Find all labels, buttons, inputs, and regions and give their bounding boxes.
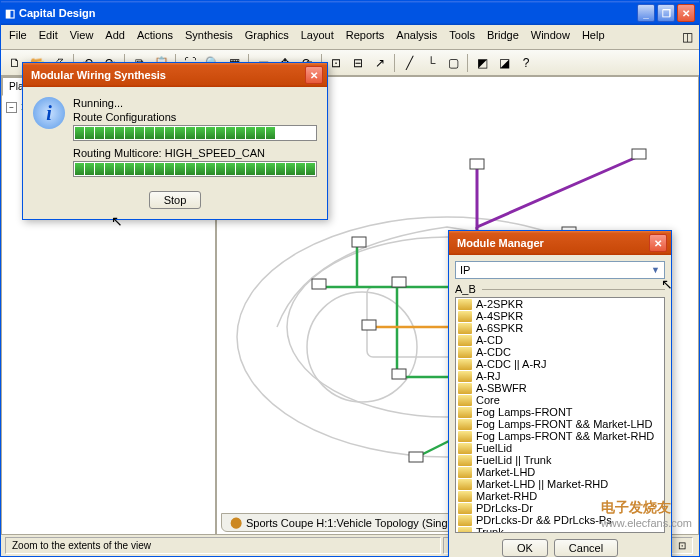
menu-graphics[interactable]: Graphics: [239, 27, 295, 47]
minimize-button[interactable]: _: [637, 4, 655, 22]
module-title: Module Manager: [453, 237, 649, 249]
list-item[interactable]: A-4SPKR: [456, 310, 664, 322]
progress-bar-1: [73, 125, 317, 141]
info-icon: i: [33, 97, 65, 129]
menu-view[interactable]: View: [64, 27, 100, 47]
menu-analysis[interactable]: Analysis: [390, 27, 443, 47]
folder-icon: [458, 347, 472, 358]
menu-bridge[interactable]: Bridge: [481, 27, 525, 47]
list-item[interactable]: A-SBWFR: [456, 382, 664, 394]
menu-synthesis[interactable]: Synthesis: [179, 27, 239, 47]
tb-cfg2-icon[interactable]: ◪: [494, 53, 514, 73]
folder-icon: [458, 443, 472, 454]
list-item[interactable]: FuelLid || Trunk: [456, 454, 664, 466]
list-item[interactable]: A-CD: [456, 334, 664, 346]
list-item[interactable]: A-6SPKR: [456, 322, 664, 334]
svg-point-2: [307, 292, 417, 402]
progress-close-button[interactable]: ✕: [305, 66, 323, 84]
filter-combo[interactable]: IP ▼: [455, 261, 665, 279]
list-item[interactable]: Fog Lamps-FRONT && Market-LHD: [456, 418, 664, 430]
close-button[interactable]: ✕: [677, 4, 695, 22]
tb-arrow-icon[interactable]: ↗: [370, 53, 390, 73]
status-extra-icon: ⊡: [671, 537, 693, 554]
folder-icon: [458, 419, 472, 430]
module-manager-dialog: Module Manager ✕ IP ▼ A_B A-2SPKRA-4SPKR…: [448, 230, 672, 557]
menu-layout[interactable]: Layout: [295, 27, 340, 47]
list-item[interactable]: A-CDC || A-RJ: [456, 358, 664, 370]
list-item[interactable]: Market-LHD: [456, 466, 664, 478]
progress-title: Modular Wiring Synthesis: [27, 69, 305, 81]
folder-icon: [458, 527, 472, 534]
sort-label[interactable]: A_B: [455, 283, 476, 295]
stop-button[interactable]: Stop: [149, 191, 202, 209]
svg-rect-21: [362, 320, 376, 330]
folder-icon: [458, 455, 472, 466]
progress-label-1: Route Configurations: [73, 111, 317, 123]
cancel-button[interactable]: Cancel: [554, 539, 618, 557]
menu-help[interactable]: Help: [576, 27, 611, 47]
list-item[interactable]: Market-LHD || Market-RHD: [456, 478, 664, 490]
tb-polyline-icon[interactable]: └: [421, 53, 441, 73]
list-item[interactable]: FuelLid: [456, 442, 664, 454]
folder-icon: [458, 479, 472, 490]
svg-rect-12: [470, 159, 484, 169]
ok-button[interactable]: OK: [502, 539, 548, 557]
module-titlebar[interactable]: Module Manager ✕: [449, 231, 671, 255]
folder-icon: [458, 515, 472, 526]
list-item[interactable]: Trunk: [456, 526, 664, 533]
folder-icon: [458, 491, 472, 502]
svg-rect-13: [632, 149, 646, 159]
folder-icon: [458, 311, 472, 322]
list-item[interactable]: PDrLcks-Dr: [456, 502, 664, 514]
module-close-button[interactable]: ✕: [649, 234, 667, 252]
folder-icon: [458, 407, 472, 418]
main-titlebar: ◧ Capital Design _ ❐ ✕: [1, 1, 699, 25]
menu-tools[interactable]: Tools: [443, 27, 481, 47]
progress-dialog: Modular Wiring Synthesis ✕ i Running... …: [22, 62, 328, 220]
running-label: Running...: [73, 97, 317, 109]
menu-reports[interactable]: Reports: [340, 27, 391, 47]
menu-edit[interactable]: Edit: [33, 27, 64, 47]
svg-rect-7: [392, 277, 406, 287]
filter-value: IP: [460, 264, 470, 276]
progress-titlebar[interactable]: Modular Wiring Synthesis ✕: [23, 63, 327, 87]
maximize-button[interactable]: ❐: [657, 4, 675, 22]
progress-bar-2: [73, 161, 317, 177]
menu-extra-icon[interactable]: ◫: [677, 27, 697, 47]
tb-slot-icon[interactable]: ⊟: [348, 53, 368, 73]
svg-rect-5: [312, 279, 326, 289]
list-item[interactable]: A-CDC: [456, 346, 664, 358]
app-icon: ◧: [5, 7, 15, 20]
menu-window[interactable]: Window: [525, 27, 576, 47]
folder-icon: [458, 431, 472, 442]
svg-rect-17: [409, 452, 423, 462]
list-item[interactable]: Market-RHD: [456, 490, 664, 502]
folder-icon: [458, 335, 472, 346]
module-list[interactable]: A-2SPKRA-4SPKRA-6SPKRA-CDA-CDCA-CDC || A…: [455, 297, 665, 533]
tb-rect-icon[interactable]: ▢: [443, 53, 463, 73]
list-item[interactable]: Core: [456, 394, 664, 406]
tb-cfg1-icon[interactable]: ◩: [472, 53, 492, 73]
svg-rect-6: [352, 237, 366, 247]
list-item[interactable]: Fog Lamps-FRONT && Market-RHD: [456, 430, 664, 442]
collapse-icon[interactable]: −: [6, 102, 17, 113]
list-item[interactable]: PDrLcks-Dr && PDrLcks-Ps: [456, 514, 664, 526]
list-item[interactable]: Fog Lamps-FRONT: [456, 406, 664, 418]
menubar: File Edit View Add Actions Synthesis Gra…: [1, 25, 699, 50]
chevron-down-icon: ▼: [651, 265, 660, 275]
menu-actions[interactable]: Actions: [131, 27, 179, 47]
menu-add[interactable]: Add: [99, 27, 131, 47]
folder-icon: [458, 359, 472, 370]
folder-icon: [458, 299, 472, 310]
list-item[interactable]: A-RJ: [456, 370, 664, 382]
list-item[interactable]: A-2SPKR: [456, 298, 664, 310]
folder-icon: [458, 383, 472, 394]
folder-icon: [458, 503, 472, 514]
tb-line-icon[interactable]: ╱: [399, 53, 419, 73]
menu-file[interactable]: File: [3, 27, 33, 47]
tb-connector-icon[interactable]: ⊡: [326, 53, 346, 73]
progress-label-2: Routing Multicore: HIGH_SPEED_CAN: [73, 147, 317, 159]
app-title: Capital Design: [15, 7, 637, 19]
tb-help-icon[interactable]: ?: [516, 53, 536, 73]
status-message: Zoom to the extents of the view: [5, 537, 441, 554]
